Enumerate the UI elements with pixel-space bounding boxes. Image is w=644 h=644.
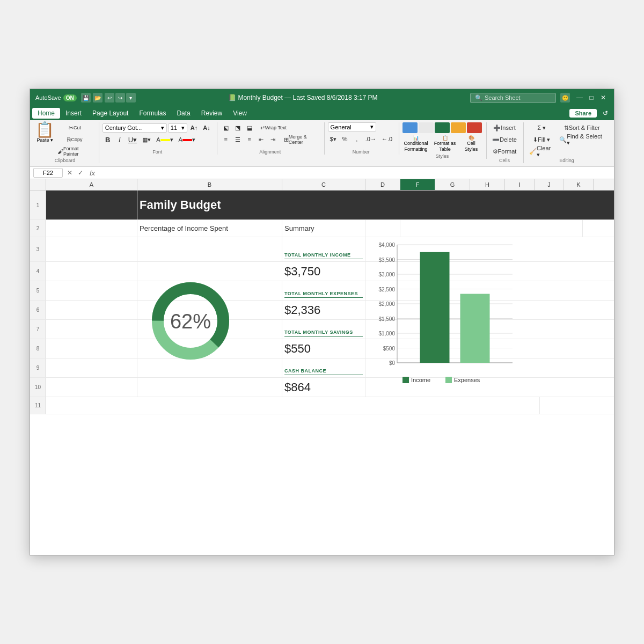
col-header-j[interactable]: K: [564, 179, 594, 190]
menu-item-view[interactable]: View: [228, 108, 252, 119]
decrease-indent-button[interactable]: ⇤: [256, 134, 267, 145]
italic-button[interactable]: I: [114, 134, 125, 145]
cell-a10[interactable]: [46, 378, 137, 397]
cell-reference[interactable]: F22: [33, 168, 63, 178]
cell-b10[interactable]: [137, 378, 282, 397]
cell-c9[interactable]: CASH BALANCE: [282, 358, 365, 377]
bold-button[interactable]: B: [103, 134, 113, 145]
cell-d3-chart[interactable]: $4,000$3,500$3,000$2,500$2,000$1,500$1,0…: [365, 237, 569, 398]
cell-a9[interactable]: [46, 358, 137, 377]
font-size-dropdown[interactable]: 11 ▾: [168, 123, 187, 133]
cell-a7[interactable]: [46, 320, 137, 339]
align-top-left-button[interactable]: ⬕: [221, 122, 231, 133]
style-swatch-blue[interactable]: [402, 122, 418, 133]
col-header-b[interactable]: B: [137, 179, 282, 190]
cell-a2[interactable]: [46, 220, 137, 237]
decrease-font-button[interactable]: A↓: [201, 122, 212, 133]
save-icon[interactable]: 💾: [81, 93, 91, 103]
menu-item-home[interactable]: Home: [32, 108, 60, 119]
delete-button[interactable]: ➖ Delete: [490, 134, 519, 145]
conditional-formatting-button[interactable]: 📊 Conditional Formatting: [402, 135, 429, 152]
cell-c10[interactable]: $864: [282, 378, 365, 397]
cell-b8[interactable]: [137, 339, 282, 358]
wrap-text-button[interactable]: ↵ Wrap Text: [258, 122, 289, 133]
paste-dropdown[interactable]: Paste ▾: [36, 137, 53, 143]
cell-c7[interactable]: TOTAL MONTHLY SAVINGS: [282, 320, 365, 339]
align-center-button[interactable]: ☰: [232, 134, 243, 145]
font-family-dropdown[interactable]: Century Got... ▾: [103, 123, 167, 133]
align-right-button[interactable]: ≡: [244, 134, 255, 145]
clear-button[interactable]: 🧹 Clear ▾: [527, 146, 556, 157]
style-swatch-green[interactable]: [435, 122, 450, 133]
format-as-table-button[interactable]: 📋 Format as Table: [431, 135, 458, 152]
cell-c3[interactable]: TOTAL MONTHLY INCOME: [282, 237, 365, 261]
cell-a3[interactable]: [46, 237, 137, 261]
cell-e2[interactable]: [400, 220, 583, 237]
quick-access-down-icon[interactable]: ▾: [126, 93, 136, 103]
cell-c6[interactable]: $2,336: [282, 301, 365, 319]
increase-font-button[interactable]: A↑: [188, 122, 200, 133]
cell-a1[interactable]: [46, 191, 137, 219]
col-header-a[interactable]: A: [46, 179, 137, 190]
col-header-g[interactable]: H: [470, 179, 505, 190]
menu-item-data[interactable]: Data: [171, 108, 195, 119]
cell-a11[interactable]: [46, 397, 540, 414]
cell-a4[interactable]: [46, 262, 137, 281]
cell-d2[interactable]: [365, 220, 400, 237]
cut-button[interactable]: ✂ Cut: [55, 122, 94, 133]
align-top-center-button[interactable]: ⬔: [232, 122, 243, 133]
cancel-formula-icon[interactable]: ✕: [65, 168, 75, 178]
undo-icon[interactable]: ↩: [105, 93, 114, 103]
style-swatch-orange[interactable]: [451, 122, 466, 133]
font-color-button[interactable]: A ▾: [177, 134, 197, 145]
merge-center-button[interactable]: ⊞ Merge & Center: [282, 134, 320, 145]
align-left-button[interactable]: ≡: [221, 134, 231, 145]
cell-a8[interactable]: [46, 339, 137, 358]
style-swatch-light[interactable]: [419, 122, 434, 133]
cell-b5[interactable]: [137, 281, 282, 300]
menu-item-review[interactable]: Review: [196, 108, 228, 119]
decrease-decimal-button[interactable]: ←.0: [379, 134, 394, 144]
cell-b7[interactable]: [137, 320, 282, 339]
sum-button[interactable]: Σ ▾: [527, 122, 556, 133]
cell-b1[interactable]: Family Budget: [137, 191, 540, 219]
cell-b2[interactable]: Percentage of Income Spent: [137, 220, 282, 237]
style-swatch-red[interactable]: [467, 122, 482, 133]
cell-a5[interactable]: [46, 281, 137, 300]
increase-indent-button[interactable]: ⇥: [268, 134, 279, 145]
cell-c4[interactable]: $3,750: [282, 262, 365, 281]
cell-styles-button[interactable]: 🎨 Cell Styles: [460, 135, 482, 152]
comma-button[interactable]: ,: [352, 134, 362, 144]
cell-b9[interactable]: [137, 358, 282, 377]
fill-color-button[interactable]: A ▾: [154, 134, 175, 145]
confirm-formula-icon[interactable]: ✓: [76, 168, 85, 178]
maximize-button[interactable]: □: [586, 92, 597, 103]
number-format-dropdown[interactable]: General ▾: [328, 122, 376, 131]
col-header-e[interactable]: F: [400, 179, 435, 190]
search-box[interactable]: 🔍 Search Sheet: [470, 93, 556, 103]
menu-item-formulas[interactable]: Formulas: [134, 108, 171, 119]
paste-button[interactable]: 📋 Paste ▾: [35, 122, 54, 143]
cell-c2[interactable]: Summary: [282, 220, 365, 237]
percent-button[interactable]: %: [340, 134, 350, 144]
col-header-i[interactable]: J: [535, 179, 564, 190]
fill-button[interactable]: ⬇ Fill ▾: [527, 134, 556, 145]
find-select-button[interactable]: 🔍 Find & Select ▾: [557, 134, 606, 145]
sort-filter-button[interactable]: ⇅ Sort & Filter: [557, 122, 606, 133]
col-header-h[interactable]: I: [505, 179, 535, 190]
formula-input[interactable]: [99, 168, 611, 178]
underline-button[interactable]: U▾: [126, 134, 139, 145]
col-header-f[interactable]: G: [435, 179, 470, 190]
rows-area[interactable]: 1 Family Budget 2 Percentage of Income S…: [30, 191, 614, 555]
increase-decimal-button[interactable]: .0→: [363, 134, 378, 144]
menu-item-page-layout[interactable]: Page Layout: [87, 108, 134, 119]
minimize-button[interactable]: —: [574, 92, 585, 103]
smiley-icon[interactable]: 🙂: [560, 93, 570, 103]
col-header-d[interactable]: D: [365, 179, 400, 190]
menu-item-insert[interactable]: Insert: [60, 108, 87, 119]
autosave-toggle[interactable]: ON: [63, 94, 77, 101]
format-button[interactable]: ⚙ Format: [490, 146, 519, 157]
undo-icon-menu[interactable]: ↺: [599, 107, 612, 120]
redo-icon[interactable]: ↪: [115, 93, 125, 103]
format-painter-button[interactable]: 🖌 Format Painter: [55, 146, 94, 157]
